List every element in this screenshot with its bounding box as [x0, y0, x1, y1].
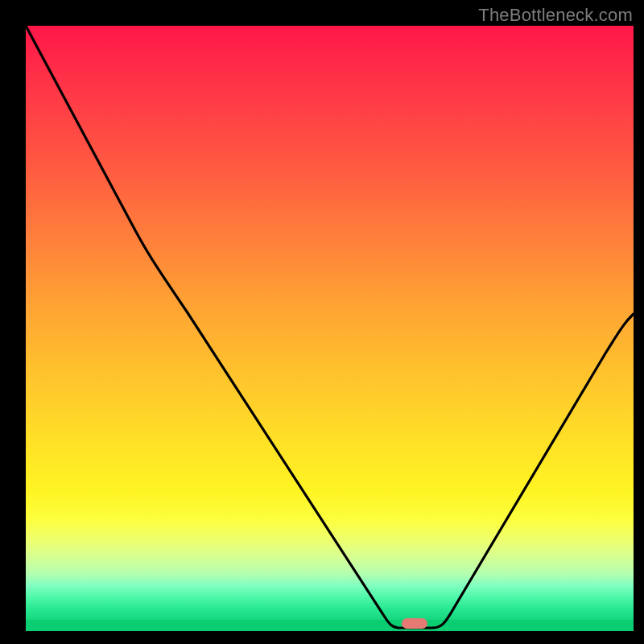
- watermark-text: TheBottleneck.com: [478, 5, 633, 26]
- plot-area: [26, 26, 634, 631]
- curve-path: [26, 26, 634, 628]
- optimal-marker: [402, 618, 427, 629]
- bottleneck-curve: [26, 26, 634, 631]
- chart-frame: TheBottleneck.com: [0, 0, 644, 644]
